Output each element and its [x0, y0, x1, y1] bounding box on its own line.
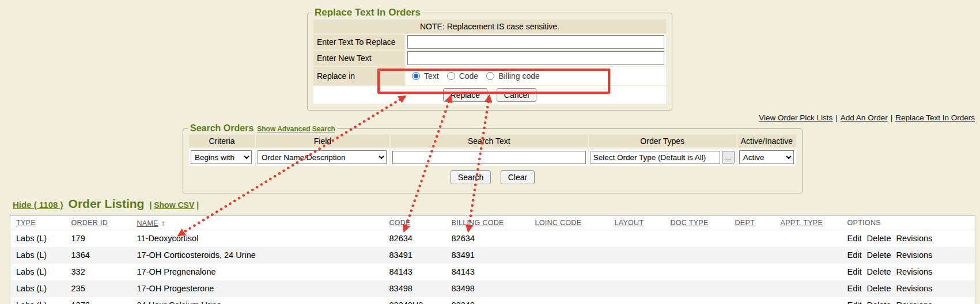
- replace-in-radio-group: Text Code Billing code: [407, 71, 664, 81]
- case-sensitive-note: NOTE: Replacement IS case sensitive.: [313, 20, 666, 33]
- active-inactive-select[interactable]: Active: [739, 150, 794, 164]
- action-delete-link[interactable]: Delete: [867, 301, 891, 304]
- field-header: Field: [256, 135, 389, 147]
- order-type-input[interactable]: [591, 151, 720, 164]
- action-edit-link[interactable]: Edit: [847, 284, 862, 293]
- link-separator: |: [835, 113, 838, 122]
- show-csv-link[interactable]: Show CSV: [154, 200, 194, 210]
- radio-text-label[interactable]: Text: [424, 71, 439, 81]
- row-options: Edit Delete Revisions: [842, 247, 975, 264]
- row-options: Edit Delete Revisions: [842, 230, 975, 247]
- action-revisions-link[interactable]: Revisions: [896, 301, 932, 304]
- action-revisions-link[interactable]: Revisions: [896, 284, 932, 293]
- column-header-options: OPTIONS: [842, 216, 975, 230]
- column-header-code: CODE: [384, 216, 446, 230]
- criteria-select[interactable]: Begins with: [191, 150, 252, 164]
- radio-billing-code[interactable]: [486, 72, 494, 80]
- order-table-header-row: TYPEORDER IDNAME↑CODEBILLING CODELOINC C…: [10, 216, 975, 230]
- search-button[interactable]: Search: [451, 170, 491, 184]
- action-delete-link[interactable]: Delete: [867, 284, 891, 293]
- search-grid: Criteria Field Search Text Order Types A…: [188, 134, 797, 167]
- search-text-input[interactable]: [392, 151, 586, 164]
- action-edit-link[interactable]: Edit: [847, 267, 862, 276]
- active-inactive-header: Active/Inactive: [737, 135, 796, 147]
- table-row: Labs (L)17911-Deoxycortisol8263482634Edi…: [10, 230, 975, 247]
- row-options: Edit Delete Revisions: [842, 264, 975, 280]
- hide-count-link[interactable]: Hide ( 1108 ): [13, 200, 63, 210]
- action-delete-link[interactable]: Delete: [867, 250, 891, 260]
- action-revisions-link[interactable]: Revisions: [896, 250, 932, 260]
- action-revisions-link[interactable]: Revisions: [896, 234, 932, 243]
- replace-form-grid: NOTE: Replacement IS case sensitive. Ent…: [312, 18, 667, 105]
- show-advanced-search-link[interactable]: Show Advanced Search: [257, 125, 335, 133]
- column-header-loinc-code: LOINC CODE: [529, 216, 609, 230]
- link-separator: |: [891, 113, 893, 122]
- column-header-type: TYPE: [10, 216, 66, 230]
- search-orders-form: Search OrdersShow Advanced Search Criter…: [183, 123, 803, 193]
- text-to-replace-label: Enter Text To Replace: [313, 35, 404, 50]
- action-delete-link[interactable]: Delete: [867, 234, 891, 243]
- column-header-appt-type: APPT. TYPE: [775, 216, 842, 230]
- column-header-layout: LAYOUT: [609, 216, 665, 230]
- row-options: Edit Delete Revisions: [842, 280, 975, 297]
- order-listing-header: Hide ( 1108 ) Order Listing | Show CSV |: [13, 197, 199, 211]
- replace-button[interactable]: Replace: [443, 88, 487, 102]
- column-header-dept: DEPT: [729, 216, 775, 230]
- replace-text-form: Replace Text In Orders NOTE: Replacement…: [307, 7, 672, 111]
- view-order-pick-lists-link[interactable]: View Order Pick Lists: [759, 113, 833, 122]
- cancel-button[interactable]: Cancel: [497, 88, 537, 102]
- clear-button[interactable]: Clear: [501, 170, 535, 184]
- action-delete-link[interactable]: Delete: [867, 267, 891, 276]
- page-action-links: View Order Pick Lists|Add An Order|Repla…: [759, 113, 975, 122]
- order-listing-table: TYPEORDER IDNAME↑CODEBILLING CODELOINC C…: [10, 215, 975, 304]
- action-edit-link[interactable]: Edit: [847, 234, 862, 243]
- replace-form-legend: Replace Text In Orders: [312, 7, 423, 18]
- order-table-body: Labs (L)17911-Deoxycortisol8263482634Edi…: [10, 230, 975, 304]
- radio-billing-code-label[interactable]: Billing code: [498, 71, 540, 81]
- action-revisions-link[interactable]: Revisions: [896, 267, 932, 276]
- new-text-input[interactable]: [407, 51, 664, 65]
- text-to-replace-input[interactable]: [407, 35, 664, 49]
- radio-text[interactable]: [412, 72, 420, 80]
- field-select[interactable]: Order Name/Description: [258, 150, 387, 164]
- column-header-doc-type: DOC TYPE: [665, 216, 729, 230]
- table-row: Labs (L)23517-OH Progesterone8349883498E…: [10, 280, 975, 297]
- column-header-order-id: ORDER ID: [66, 216, 131, 230]
- criteria-header: Criteria: [189, 135, 255, 147]
- action-edit-link[interactable]: Edit: [847, 301, 862, 304]
- csv-separator: |: [196, 200, 199, 210]
- replace-text-in-orders-link[interactable]: Replace Text In Orders: [895, 113, 975, 122]
- sort-ascending-icon: ↑: [161, 219, 165, 227]
- column-header-name: NAME↑: [131, 216, 384, 230]
- order-type-picker-button[interactable]: ...: [722, 151, 735, 164]
- column-header-billing-code: BILLING CODE: [446, 216, 529, 230]
- add-an-order-link[interactable]: Add An Order: [841, 113, 888, 122]
- search-orders-legend: Search Orders: [190, 123, 253, 133]
- radio-code-label[interactable]: Code: [459, 71, 478, 81]
- order-types-header: Order Types: [589, 135, 736, 147]
- action-edit-link[interactable]: Edit: [847, 250, 862, 260]
- table-row: Labs (L)137024 Hour Calcium Urine82340U2…: [10, 297, 975, 304]
- row-options: Edit Delete Revisions: [842, 297, 975, 304]
- replace-in-label: Replace in: [313, 67, 404, 85]
- search-text-header: Search Text: [391, 135, 588, 147]
- table-row: Labs (L)33217-OH Pregnenalone8414384143E…: [10, 264, 975, 280]
- table-row: Labs (L)136417-OH Corticosteroids, 24 Ur…: [10, 247, 975, 264]
- page-title: Order Listing: [69, 197, 145, 211]
- csv-separator: |: [149, 200, 152, 210]
- radio-code[interactable]: [447, 72, 455, 80]
- new-text-label: Enter New Text: [313, 51, 404, 66]
